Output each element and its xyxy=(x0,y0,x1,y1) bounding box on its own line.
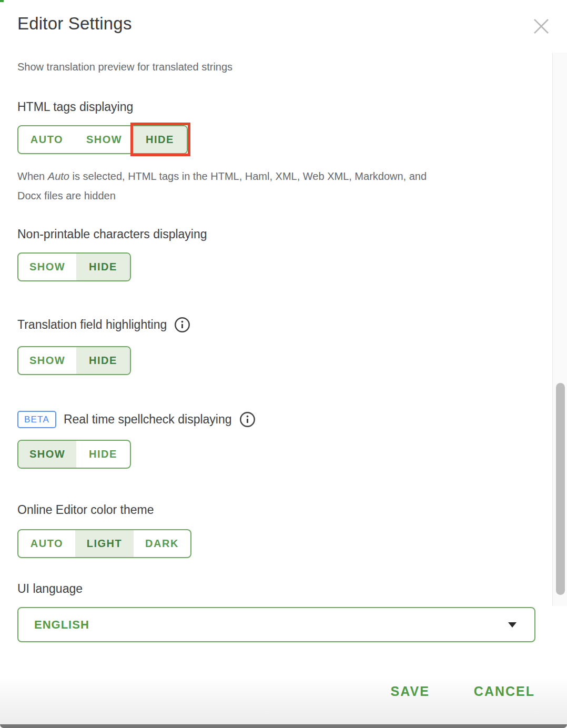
close-button[interactable] xyxy=(531,17,551,37)
html-tags-option-show[interactable]: SHOW xyxy=(75,126,133,153)
close-icon xyxy=(532,17,550,37)
cancel-button[interactable]: CANCEL xyxy=(474,684,535,699)
color-theme-label: Online Editor color theme xyxy=(17,503,154,517)
field-highlighting-label: Translation field highlighting xyxy=(17,318,167,332)
info-icon[interactable] xyxy=(174,317,190,333)
spellcheck-toggle: SHOW HIDE xyxy=(17,440,131,469)
spellcheck-option-show[interactable]: SHOW xyxy=(18,441,76,468)
non-printable-label: Non-printable characters displaying xyxy=(17,227,207,241)
html-tags-label: HTML tags displaying xyxy=(17,100,133,114)
editor-settings-dialog: Editor Settings Show translation preview… xyxy=(0,0,567,728)
non-printable-option-hide[interactable]: HIDE xyxy=(76,254,130,280)
html-tags-help-text: When Auto is selected, HTML tags in the … xyxy=(17,167,535,206)
ui-language-label: UI language xyxy=(17,582,83,596)
non-printable-option-show[interactable]: SHOW xyxy=(18,254,76,280)
ui-language-value: ENGLISH xyxy=(34,618,89,632)
non-printable-toggle: SHOW HIDE xyxy=(17,252,131,281)
beta-badge: BETA xyxy=(17,411,56,428)
info-icon[interactable] xyxy=(239,411,256,428)
field-highlighting-toggle: SHOW HIDE xyxy=(17,346,131,375)
scrollbar-thumb[interactable] xyxy=(556,383,565,595)
chevron-down-icon xyxy=(508,622,517,628)
scrollbar-track[interactable] xyxy=(552,53,567,606)
html-tags-option-auto[interactable]: AUTO xyxy=(18,126,75,153)
field-highlighting-option-show[interactable]: SHOW xyxy=(18,347,76,374)
screenshot-corner-artifact xyxy=(0,0,4,2)
html-tags-toggle: AUTO SHOW HIDE xyxy=(17,125,188,154)
footer-actions: SAVE CANCEL xyxy=(391,684,535,699)
color-theme-option-light[interactable]: LIGHT xyxy=(75,530,134,557)
field-highlighting-option-hide[interactable]: HIDE xyxy=(76,347,130,374)
color-theme-option-auto[interactable]: AUTO xyxy=(18,530,75,557)
color-theme-option-dark[interactable]: DARK xyxy=(134,530,190,557)
spellcheck-header: BETA Real time spellcheck displaying xyxy=(17,411,256,428)
ui-language-select[interactable]: ENGLISH xyxy=(17,607,535,642)
spellcheck-option-hide[interactable]: HIDE xyxy=(76,441,130,468)
save-button[interactable]: SAVE xyxy=(391,684,430,699)
html-tags-option-hide[interactable]: HIDE xyxy=(133,126,187,153)
translation-preview-note: Show translation preview for translated … xyxy=(17,61,232,73)
dialog-title: Editor Settings xyxy=(17,14,132,34)
spellcheck-label: Real time spellcheck displaying xyxy=(64,412,232,427)
field-highlighting-header: Translation field highlighting xyxy=(17,317,190,333)
color-theme-toggle: AUTO LIGHT DARK xyxy=(17,529,191,558)
window-bottom-edge xyxy=(0,724,567,728)
